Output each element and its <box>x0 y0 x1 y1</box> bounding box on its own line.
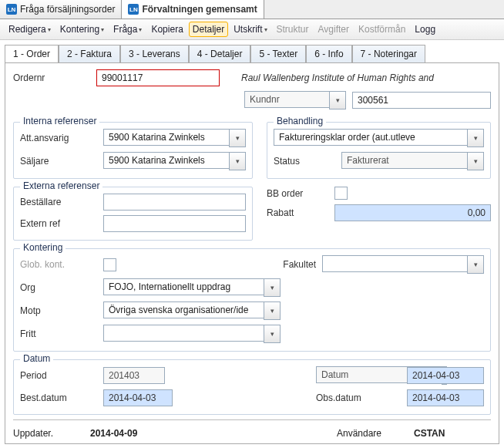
window-tab-strip: LN Fråga försäljningsorder LN Förvaltnin… <box>0 0 504 19</box>
menu-struktur: Struktur <box>273 22 313 37</box>
menu-utskrift[interactable]: Utskrift▾ <box>230 22 270 37</box>
window-tab-label: Fråga försäljningsorder <box>20 4 115 15</box>
footer-bar: Uppdater. 2014-04-09 Användare CSTAN <box>13 419 491 439</box>
kontering-legend: Kontering <box>20 242 66 253</box>
datum-group: Datum Period ▾ Best.datum Obs.datum <box>13 359 491 415</box>
externa-referenser-group: Externa referenser Beställare Extern ref <box>13 187 253 241</box>
fritt-label: Fritt <box>20 328 97 339</box>
status-value <box>341 152 467 169</box>
kundnr-type-select[interactable]: ▾ <box>244 91 346 109</box>
best-datum-label: Best.datum <box>20 392 97 403</box>
status-label: Status <box>274 156 335 167</box>
window-tab-label: Förvaltningen gemensamt <box>142 4 257 15</box>
chevron-down-icon: ▾ <box>48 26 51 33</box>
glob-kont-label: Glob. kont. <box>20 259 97 270</box>
menu-kostforman: Kostförmån <box>354 22 409 37</box>
extern-ref-label: Extern ref <box>20 218 97 229</box>
period-value <box>103 367 165 384</box>
bestallare-input[interactable] <box>103 194 246 211</box>
chevron-down-icon[interactable]: ▾ <box>264 278 281 297</box>
interna-referenser-group: Interna referenser Att.ansvarig ▾ Säljar… <box>13 122 253 179</box>
org-value[interactable] <box>103 278 264 295</box>
menu-fraga[interactable]: Fråga▾ <box>109 22 146 37</box>
chevron-down-icon[interactable]: ▾ <box>264 325 281 343</box>
behandling-legend: Behandling <box>274 116 326 126</box>
window-tab-forvaltningen[interactable]: LN Förvaltningen gemensamt <box>122 0 264 19</box>
fakultet-value[interactable] <box>322 255 467 272</box>
menu-redigera[interactable]: Redigera▾ <box>5 22 55 37</box>
bb-order-checkbox[interactable] <box>334 187 348 200</box>
customer-name: Raul Wallenberg Institute of Human Right… <box>241 72 434 83</box>
extern-ref-input[interactable] <box>103 215 246 232</box>
fritt-value[interactable] <box>103 325 264 342</box>
motp-value[interactable] <box>103 301 264 318</box>
order-panel: Ordernr Raul Wallenberg Institute of Hum… <box>5 62 499 444</box>
att-label: Att.ansvarig <box>20 133 97 143</box>
obs-datum-label: Obs.datum <box>316 392 401 403</box>
kontering-group: Kontering Glob. kont. Fakultet ▾ Org ▾ <box>13 248 491 352</box>
datum-legend: Datum <box>20 353 53 364</box>
behandling-value[interactable] <box>274 129 467 146</box>
saljare-label: Säljare <box>20 156 97 167</box>
ordernr-label: Ordernr <box>13 72 90 83</box>
tab-order[interactable]: 1 - Order <box>5 45 59 62</box>
chevron-down-icon[interactable]: ▾ <box>467 152 484 170</box>
menu-bar: Redigera▾ Kontering▾ Fråga▾ Kopiera Deta… <box>0 19 504 40</box>
menu-kontering[interactable]: Kontering▾ <box>56 22 108 37</box>
bb-order-label: BB order <box>267 188 328 199</box>
chevron-down-icon[interactable]: ▾ <box>467 255 484 274</box>
period-label: Period <box>20 370 97 381</box>
chevron-down-icon: ▾ <box>264 26 267 33</box>
uppdater-value: 2014-04-09 <box>90 428 137 439</box>
chevron-down-icon: ▾ <box>139 26 142 33</box>
att-ansvarig-value[interactable] <box>103 129 229 146</box>
kundnr-input[interactable] <box>352 92 491 109</box>
chevron-down-icon[interactable]: ▾ <box>264 301 281 320</box>
behandling-select[interactable]: ▾ <box>274 129 484 147</box>
tab-texter[interactable]: 5 - Texter <box>250 45 306 62</box>
best-datum-value <box>103 389 173 406</box>
fritt-select[interactable]: ▾ <box>103 325 281 343</box>
saljare-select[interactable]: ▾ <box>103 152 246 170</box>
chevron-down-icon[interactable]: ▾ <box>467 129 484 147</box>
bestallare-label: Beställare <box>20 197 97 207</box>
app-icon: LN <box>6 4 17 15</box>
rabatt-label: Rabatt <box>267 207 328 218</box>
chevron-down-icon: ▾ <box>101 26 104 33</box>
externa-legend: Externa referenser <box>20 180 102 191</box>
tab-leverans[interactable]: 3 - Leverans <box>120 45 189 62</box>
chevron-down-icon[interactable]: ▾ <box>329 91 346 109</box>
datum-value <box>407 367 484 384</box>
tab-faktura[interactable]: 2 - Faktura <box>59 45 120 62</box>
org-label: Org <box>20 282 97 293</box>
ordernr-input[interactable] <box>96 69 220 86</box>
chevron-down-icon[interactable]: ▾ <box>229 152 246 170</box>
org-select[interactable]: ▾ <box>103 278 281 297</box>
tab-info[interactable]: 6 - Info <box>306 45 351 62</box>
menu-avgifter: Avgifter <box>314 22 353 37</box>
anvandare-label: Användare <box>337 428 414 439</box>
chevron-down-icon[interactable]: ▾ <box>229 129 246 147</box>
rabatt-value <box>334 204 491 221</box>
fakultet-label: Fakultet <box>262 259 316 270</box>
menu-detaljer[interactable]: Detaljer <box>189 22 228 37</box>
kundnr-type-value <box>244 91 329 108</box>
fakultet-select[interactable]: ▾ <box>322 255 484 274</box>
saljare-value[interactable] <box>103 152 229 169</box>
motp-label: Motp <box>20 305 97 316</box>
glob-kont-checkbox[interactable] <box>103 258 116 271</box>
behandling-group: Behandling ▾ Status ▾ <box>267 122 491 179</box>
uppdater-label: Uppdater. <box>13 428 90 439</box>
obs-datum-value <box>407 389 484 406</box>
datum-type-select[interactable]: ▾ <box>316 366 401 385</box>
tab-detaljer[interactable]: 4 - Detaljer <box>189 45 251 62</box>
menu-kopiera[interactable]: Kopiera <box>147 22 186 37</box>
tab-noteringar[interactable]: 7 - Noteringar <box>352 45 425 62</box>
window-tab-query[interactable]: LN Fråga försäljningsorder <box>0 0 122 19</box>
app-icon: LN <box>128 4 139 15</box>
anvandare-value: CSTAN <box>414 428 491 439</box>
motp-select[interactable]: ▾ <box>103 301 281 320</box>
att-ansvarig-select[interactable]: ▾ <box>103 129 246 147</box>
menu-logg[interactable]: Logg <box>411 22 439 37</box>
status-select[interactable]: ▾ <box>341 152 484 170</box>
